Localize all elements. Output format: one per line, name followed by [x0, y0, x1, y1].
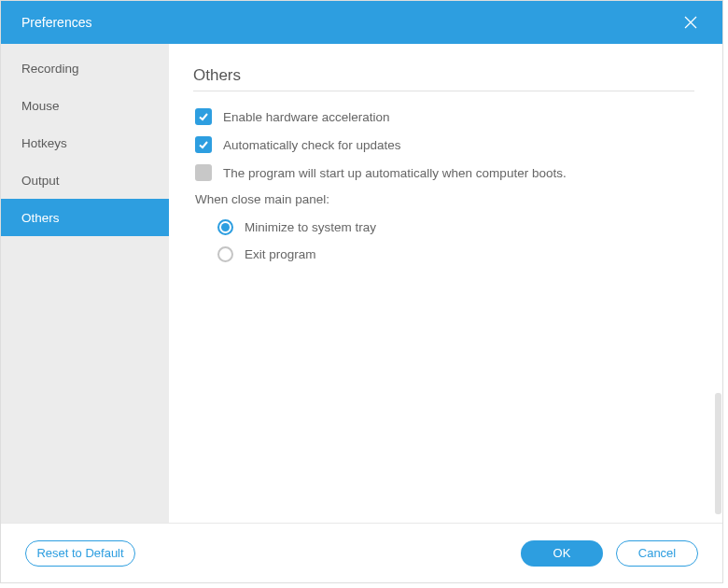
scrollbar[interactable]	[715, 393, 721, 514]
checkbox-hardware-accel[interactable]	[195, 108, 212, 125]
reset-button[interactable]: Reset to Default	[25, 540, 135, 567]
sidebar: Recording Mouse Hotkeys Output Others	[1, 44, 169, 523]
sidebar-item-hotkeys[interactable]: Hotkeys	[1, 124, 169, 161]
checkbox-autostart[interactable]	[195, 164, 212, 181]
footer: Reset to Default OK Cancel	[1, 523, 722, 582]
checkbox-label: Automatically check for updates	[223, 138, 401, 152]
cancel-button[interactable]: Cancel	[616, 540, 698, 567]
close-panel-heading: When close main panel:	[195, 192, 694, 206]
check-icon	[198, 111, 209, 122]
radio-label: Exit program	[245, 247, 316, 261]
radio-minimize[interactable]	[217, 219, 233, 235]
sidebar-item-recording[interactable]: Recording	[1, 49, 169, 87]
section-title: Others	[193, 66, 694, 85]
checkbox-label: Enable hardware acceleration	[223, 110, 390, 124]
sidebar-item-mouse[interactable]: Mouse	[1, 87, 169, 124]
radio-row-minimize: Minimize to system tray	[193, 219, 694, 235]
window-title: Preferences	[21, 15, 91, 30]
checkbox-row-auto-update: Automatically check for updates	[193, 136, 694, 153]
checkbox-row-autostart: The program will start up automatically …	[193, 164, 694, 181]
sidebar-item-label: Hotkeys	[21, 136, 67, 150]
radio-row-exit: Exit program	[193, 246, 694, 262]
sidebar-item-output[interactable]: Output	[1, 161, 169, 199]
preferences-window: Preferences Recording Mouse Hotkeys Outp…	[0, 0, 723, 583]
reset-button-label: Reset to Default	[36, 546, 123, 560]
sidebar-item-label: Output	[21, 174, 60, 188]
radio-label: Minimize to system tray	[245, 220, 376, 234]
body: Recording Mouse Hotkeys Output Others Ot…	[1, 44, 722, 523]
checkbox-label: The program will start up automatically …	[223, 166, 567, 180]
footer-right: OK Cancel	[521, 540, 698, 567]
checkbox-row-hardware-accel: Enable hardware acceleration	[193, 108, 694, 125]
sidebar-item-label: Others	[21, 211, 60, 225]
close-icon	[683, 15, 698, 30]
check-icon	[198, 139, 209, 150]
radio-dot-icon	[221, 223, 230, 231]
section-divider	[193, 91, 694, 91]
ok-button[interactable]: OK	[521, 540, 603, 567]
titlebar: Preferences	[1, 1, 722, 44]
ok-button-label: OK	[553, 546, 571, 560]
checkbox-auto-update[interactable]	[195, 136, 212, 153]
sidebar-item-label: Recording	[21, 62, 79, 76]
sidebar-item-label: Mouse	[21, 99, 60, 113]
cancel-button-label: Cancel	[638, 546, 676, 560]
close-button[interactable]	[678, 9, 704, 35]
radio-exit[interactable]	[217, 246, 233, 262]
content-panel: Others Enable hardware acceleration Auto…	[169, 44, 722, 523]
sidebar-item-others[interactable]: Others	[1, 199, 169, 236]
